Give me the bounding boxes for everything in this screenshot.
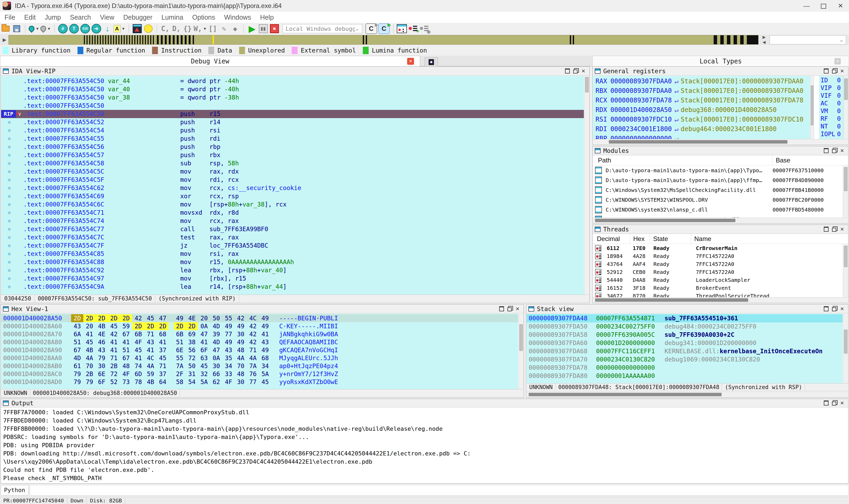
module-row[interactable]: C:\WINDOWS\SYSTEM32\WINSPOOL.DRV 00007FF… [593, 195, 843, 205]
hex-ascii[interactable]: y+nrOmY7/12f3HvZ [279, 370, 338, 378]
breakpoint-dot[interactable] [8, 261, 11, 264]
debugger-select[interactable]: Local Windows debugger ⌄ [283, 24, 362, 33]
python-button[interactable]: Python [1, 485, 29, 496]
modules-list[interactable]: D:\auto-typora-main1\auto-typora-main\{a… [593, 166, 843, 218]
breakpoint-dot[interactable] [8, 253, 11, 255]
stack-row[interactable]: 00000089307FDA58 00007FF6390A005C sub_7F… [526, 331, 843, 339]
jump-address-button[interactable]: ➔ [91, 24, 102, 34]
hex-ascii[interactable]: MJyqgALEUrc.5JJh [279, 354, 338, 362]
registers-hscrollbar[interactable] [593, 139, 848, 144]
hex-row[interactable]: 000001D400028A90 674B4341514541376E566F4… [1, 346, 518, 354]
asm-line[interactable]: .text:00007FF63A554C58sub rsp, 58h [1, 159, 584, 167]
jump-back-button[interactable]: ▼ [29, 24, 39, 34]
module-row[interactable]: D:\auto-typora-main1\auto-typora-main\{a… [593, 166, 843, 176]
threads-vscrollbar[interactable] [843, 244, 848, 297]
flag-row[interactable]: IOPL 0 [819, 130, 844, 138]
modules-vscrollbar[interactable] [843, 166, 848, 218]
navband-left-arrow[interactable]: ▶ [1, 35, 8, 45]
modules-header[interactable]: Path Base [593, 155, 848, 165]
flag-row[interactable]: VM 0 [819, 107, 844, 115]
make-string-button[interactable]: W,▼ [194, 24, 207, 34]
module-row[interactable]: C:\Windows\System32\MsSpellCheckingFacil… [593, 185, 843, 195]
asm-line[interactable]: .text:00007FF63A554C88mov r15, 0AAAAAAAA… [1, 258, 584, 266]
pane-float-button[interactable] [830, 226, 838, 233]
hex-bytes[interactable]: 43204B45592D2D2D2D2D0A4D49494249 [71, 322, 271, 330]
save-button[interactable] [12, 24, 22, 34]
menu-search[interactable]: Search [66, 12, 95, 23]
asm-line[interactable]: .text:00007FF63A554C52push r14 [1, 118, 584, 126]
pane-float-button[interactable] [830, 147, 838, 154]
pane-close-button[interactable]: ✕ [513, 305, 522, 312]
hex-ascii[interactable]: jANBgkqhkiG9w0BA [279, 330, 338, 338]
thread-row[interactable]: 34672 8770 Ready ThreadPoolServiceThread [593, 292, 843, 297]
asm-line[interactable]: .text:00007FF63A554C5Cmov rax, rdx [1, 167, 584, 176]
asm-line[interactable]: .text:00007FF63A554C54push rsi [1, 126, 584, 134]
asm-line[interactable]: .text:00007FF63A554C71movsxd rdx, r8d [1, 209, 584, 217]
stack-row[interactable]: 00000089307FDA68 00007FFC116CEFF1 KERNEL… [526, 347, 843, 355]
stack-row[interactable]: 00000089307FDA70 0000234C0130C820 debug1… [526, 355, 843, 364]
breakpoint-list-button[interactable] [397, 24, 407, 34]
breakpoint-dot[interactable] [8, 187, 11, 190]
threads-hscrollbar[interactable] [593, 297, 848, 303]
dropdown-icon[interactable]: ▼ [122, 26, 125, 31]
breakpoint-dot[interactable] [8, 179, 11, 181]
pane-close-button[interactable]: ✕ [838, 305, 846, 312]
hex-row[interactable]: 000001D400028AB0 6170302B48744A717A50453… [1, 362, 518, 370]
stack-hscrollbar[interactable] [526, 392, 848, 397]
thread-row[interactable]: 43764 AAF4 Ready 7FFC145722A0 [593, 260, 843, 268]
hex-row[interactable]: 000001D400028A50 2D2D2D2D2D424547494E205… [1, 314, 518, 322]
menu-edit[interactable]: Edit [20, 12, 40, 23]
disasm-body[interactable]: .text:00007FF63A554C50 var_44= dword ptr… [1, 76, 584, 294]
asm-line[interactable]: .text:00007FF63A554C6Cmov [rsp+88h+var_3… [1, 200, 584, 209]
make-array-button[interactable]: [] [208, 24, 218, 34]
hex-ascii[interactable]: -----BEGIN·PUBLI [279, 314, 338, 322]
registers-vscrollbar[interactable] [810, 76, 814, 139]
breakpoint-dot[interactable] [8, 203, 11, 206]
stack-list[interactable]: 00000089307FDA48 00007FF63A554871 sub_7F… [526, 314, 843, 383]
modules-hscrollbar[interactable] [593, 218, 848, 223]
breakpoint-dot[interactable] [8, 138, 11, 140]
register-value[interactable]: 00000089307FDAA0 [610, 77, 672, 85]
breakpoint-dot[interactable] [8, 154, 11, 157]
pane-maximize-button[interactable] [822, 68, 830, 75]
pane-float-button[interactable] [830, 68, 838, 75]
register-value[interactable]: 0000000000000000 [610, 135, 672, 139]
module-row[interactable]: C:\WINDOWS\system32\nlansp_c.dll 00007FF… [593, 205, 843, 215]
stop-button[interactable]: ■ [269, 24, 279, 34]
pane-titlebar[interactable]: IDA View-RIP ✕ [1, 67, 590, 76]
breakpoint-dot[interactable] [8, 195, 11, 198]
asm-line[interactable]: .text:00007FF63A554C56push rbp [1, 143, 584, 151]
jump-down-button[interactable]: ↓ [103, 24, 112, 34]
breakpoint-dot[interactable] [8, 236, 11, 239]
thread-row[interactable]: 52912 CEB0 Ready 7FFC145722A0 [593, 268, 843, 276]
start-process-button[interactable]: C▶ [378, 24, 390, 34]
register-row[interactable]: RBX 00000089307FDAA0 ↵ Stack[000017E0]:0… [593, 86, 810, 95]
menu-view[interactable]: View [95, 12, 119, 23]
asm-line[interactable]: .text:00007FF63A554C97mov [rbx], r15 [1, 274, 584, 283]
pane-close-button[interactable]: ✕ [838, 400, 846, 407]
register-row[interactable]: RCX 00000089307FDA78 ↵ Stack[000017E0]:0… [593, 95, 810, 105]
column-header-hex[interactable]: Hex [630, 234, 645, 244]
thread-row[interactable]: 16152 3F18 Ready BrokerEvent [593, 284, 843, 292]
pane-float-button[interactable] [830, 400, 838, 407]
edit-function-button[interactable]: ✎ [219, 24, 229, 34]
breakpoint-dot[interactable] [8, 129, 11, 132]
asm-line[interactable]: .text:00007FF63A554C7Ctest rax, rax [1, 233, 584, 241]
disasm-vscrollbar[interactable] [584, 76, 590, 303]
hex-bytes[interactable]: 4D4A797167414C455572630A354A4A68 [71, 354, 271, 362]
hex-bytes[interactable]: 6A414E42676B71686B69473977304241 [71, 330, 271, 338]
breakpoint-button[interactable] [132, 24, 142, 34]
binary-search-button[interactable]: 010 [80, 24, 90, 34]
open-file-button[interactable] [1, 24, 11, 34]
menu-lumina[interactable]: Lumina [157, 12, 188, 23]
pane-maximize-button[interactable] [822, 305, 830, 312]
make-struct-button[interactable]: {} [183, 24, 193, 34]
hex-row[interactable]: 000001D400028A80 51454641414F43415138414… [1, 338, 518, 346]
hex-row[interactable]: 000001D400028A70 6A414E42676B71686B69473… [1, 330, 518, 338]
breakpoint-dot[interactable] [8, 286, 11, 288]
threads-header[interactable]: Decimal Hex State Name [593, 234, 848, 244]
registers-list[interactable]: RAX 00000089307FDAA0 ↵ Stack[000017E0]:0… [593, 76, 810, 139]
breakpoint-dot[interactable] [8, 121, 11, 124]
tab-close-icon[interactable]: ✕ [834, 58, 841, 65]
module-row[interactable]: C:\WINDOWS\SYSTEM32\TextInputFramework.d… [593, 215, 843, 218]
